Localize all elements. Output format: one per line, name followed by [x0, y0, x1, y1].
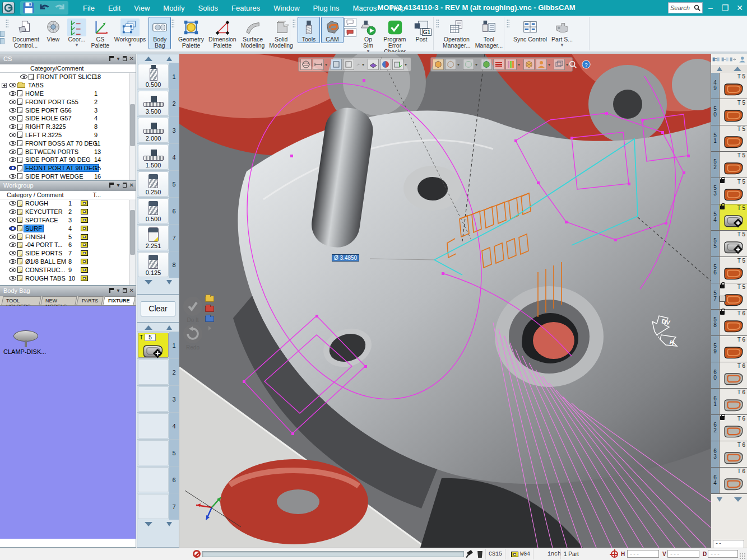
menu-edit[interactable]: Edit — [103, 2, 126, 15]
op-slot-5[interactable]: 5 — [137, 439, 179, 466]
op-list-scroll-down[interactable] — [711, 495, 747, 504]
op-tile-50[interactable]: 5 0 T 5 — [711, 99, 747, 125]
machinist-icon[interactable] — [536, 59, 547, 70]
op-slot-scroll-up[interactable] — [137, 323, 179, 332]
visibility-eye-icon[interactable] — [9, 108, 16, 113]
wg-visible-checkbox[interactable] — [81, 276, 88, 281]
wireframe-sphere-icon[interactable] — [300, 59, 312, 70]
op-tile-60[interactable]: 6 0 T 6 — [711, 362, 747, 389]
workgroup-row[interactable]: CONSTRUC... 9 — [0, 265, 136, 274]
minimize-button[interactable]: – — [703, 0, 718, 16]
op-tile-54[interactable]: 5 4 T 5 — [711, 204, 747, 231]
op-tile-58[interactable]: 5 8 T 6 — [711, 310, 747, 336]
tool-cell[interactable]: 0.500 6 — [137, 197, 179, 224]
save-icon[interactable] — [22, 2, 35, 13]
workgroup-row[interactable]: SIDE PORTS 7 — [0, 249, 136, 258]
view-button[interactable]: View — [42, 17, 64, 43]
dropdown-caret-icon[interactable]: ▾ — [548, 62, 553, 67]
visibility-eye-icon[interactable] — [9, 174, 16, 179]
cs-row[interactable]: FRONT BOSS AT 70 DEG 11 — [0, 139, 136, 147]
dropdown-caret-icon[interactable]: ▾ — [325, 62, 330, 67]
panel-menu-icon[interactable]: ▾ — [117, 287, 120, 293]
visibility-eye-icon[interactable] — [9, 133, 16, 137]
search-input[interactable]: Search — [668, 2, 703, 13]
dock-icon[interactable] — [109, 288, 114, 293]
shaded-view-icon[interactable] — [331, 59, 342, 70]
menu-file[interactable]: File — [77, 2, 100, 15]
ghost-cube-icon[interactable] — [445, 59, 456, 70]
visibility-eye-icon[interactable] — [9, 251, 16, 255]
cs-panel-titlebar[interactable]: CS ▾✕ — [0, 54, 136, 64]
cam-button[interactable]: CAM — [321, 17, 344, 43]
facet-cube-icon[interactable] — [523, 59, 535, 70]
tool-list-scroll-down[interactable] — [137, 278, 179, 286]
visibility-eye-icon[interactable] — [9, 226, 16, 231]
cs-indicator[interactable]: CS15 — [485, 549, 505, 559]
panel-menu-icon[interactable]: ▾ — [117, 55, 120, 62]
crosshair-target-icon[interactable] — [611, 550, 618, 558]
post-button[interactable]: G1 Post — [410, 17, 433, 43]
cs-row[interactable]: HOME 1 — [0, 90, 136, 98]
folder-yellow-icon[interactable] — [205, 296, 214, 302]
cs-row[interactable]: FRONT PORT AT 90 DEG 15 — [0, 164, 136, 172]
sync-control-button[interactable]: Sync Control — [512, 17, 549, 43]
v-field[interactable]: --- — [667, 550, 699, 558]
redo-op-button[interactable] — [183, 324, 202, 343]
geometry-palette-button[interactable]: Geometry Palette — [177, 17, 206, 49]
wg-visible-checkbox[interactable] — [81, 250, 88, 256]
tool-cell[interactable]: 2.000 3 — [137, 116, 179, 143]
cplane-icon[interactable] — [392, 59, 403, 70]
dock-icon[interactable] — [109, 56, 114, 61]
coor-button[interactable]: Coor... ▼ — [66, 17, 88, 43]
tool-cell[interactable]: 2.251 7 — [137, 224, 179, 251]
folder-red-icon[interactable] — [205, 306, 214, 312]
render-mode-icon[interactable] — [380, 59, 391, 70]
operation-manager-button[interactable]: Operation Manager... — [441, 17, 472, 49]
palette-expand-arrow[interactable] — [208, 326, 211, 330]
layers-icon[interactable] — [493, 59, 504, 70]
document-control-button[interactable]: Document Control... — [11, 17, 41, 49]
sync-op-icon[interactable] — [730, 55, 737, 63]
tool-cell[interactable]: 0.250 5 — [137, 170, 179, 197]
wg-visible-checkbox[interactable] — [81, 209, 88, 214]
workgroup-row[interactable]: Ø1/8 BALL EM 8 — [0, 258, 136, 266]
zoom-select-icon[interactable] — [567, 59, 579, 70]
help-icon[interactable]: ? — [580, 59, 592, 70]
cs-row[interactable]: FRONT PORT SLICE 18 — [0, 73, 136, 81]
op-tile-51[interactable]: 5 1 T 5 — [711, 125, 747, 152]
bodybag-panel-titlebar[interactable]: Body Bag ▾✕ — [0, 286, 136, 296]
visibility-eye-icon[interactable] — [9, 157, 16, 162]
wg-visible-checkbox[interactable] — [81, 234, 88, 240]
cs-palette-button[interactable]: CS Palette — [89, 17, 112, 49]
tools-button[interactable]: Tools — [298, 17, 320, 43]
visibility-eye-icon[interactable] — [9, 268, 16, 272]
workgroup-row[interactable]: FINISH 5 — [0, 232, 136, 241]
tool-cell[interactable]: 0.125 8 — [137, 251, 179, 278]
op-slot-4[interactable]: 4 — [137, 412, 179, 439]
panel-close-icon[interactable]: ✕ — [129, 182, 134, 188]
workgroup-row[interactable]: -04 PORT T... 6 — [0, 241, 136, 249]
dropdown-caret-icon[interactable]: ▼ — [560, 43, 564, 48]
op-tile-52[interactable]: 5 2 T 5 — [711, 152, 747, 178]
solid-cube-icon[interactable] — [433, 59, 444, 70]
visibility-eye-icon[interactable] — [9, 166, 16, 170]
part-s-button[interactable]: Part S... ▼ — [550, 17, 574, 43]
dropdown-caret-icon[interactable]: ▾ — [362, 62, 366, 67]
surface-modeling-button[interactable]: Surface Modeling — [239, 17, 267, 49]
clear-button[interactable]: Clear — [141, 301, 175, 316]
wg-scrollbar[interactable] — [129, 200, 136, 285]
visibility-eye-icon[interactable] — [9, 235, 16, 239]
op-tile-62[interactable]: 6 2 T 6 — [711, 415, 747, 441]
diameter-dimension-label[interactable]: Ø 3.4850 — [332, 254, 359, 262]
sync-op-icon[interactable] — [712, 55, 720, 63]
visibility-eye-icon[interactable] — [9, 259, 16, 264]
op-sim-button[interactable]: Op Sim ▼ — [357, 17, 379, 49]
redo-icon[interactable] — [54, 2, 66, 13]
bodybag-tab-fixture[interactable]: FIXTURE — [103, 296, 136, 305]
stock-cube-icon[interactable] — [481, 59, 492, 70]
panel-close-icon[interactable]: ✕ — [129, 55, 134, 62]
dock-icon[interactable] — [109, 183, 114, 188]
workgroup-row[interactable]: ROUGH TABS 10 — [0, 274, 136, 282]
op-tile-55[interactable]: 5 5 T 5 — [711, 231, 747, 257]
visibility-eye-icon[interactable] — [9, 150, 16, 154]
